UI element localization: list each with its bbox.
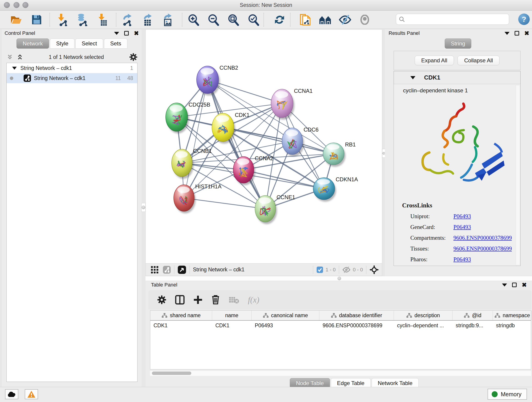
network-node-CCNB2[interactable]: CCNB2 <box>196 65 238 96</box>
panel-menu-caret-icon[interactable] <box>505 32 510 35</box>
zoom-fit-icon[interactable] <box>227 13 240 26</box>
share-view-icon[interactable] <box>163 266 171 274</box>
show-columns-icon[interactable] <box>175 295 185 305</box>
tab-style[interactable]: Style <box>50 38 75 49</box>
statusbar-separator <box>174 266 174 274</box>
column-header-shared-name[interactable]: shared name <box>150 311 212 320</box>
cell-description[interactable]: cyclin–dependent ... <box>394 322 452 329</box>
network-node-RB1[interactable]: RB1 <box>323 141 356 167</box>
column-header-id[interactable]: @id <box>452 311 493 320</box>
entry-expander-icon[interactable] <box>410 76 415 79</box>
memory-button[interactable]: Memory <box>488 389 527 400</box>
import-network-file-icon[interactable] <box>56 13 69 26</box>
table-row[interactable]: CDK1CDK1P064939606.ENSP00000378699cyclin… <box>150 321 531 330</box>
scrollbar-thumb[interactable] <box>152 371 191 375</box>
column-header-name[interactable]: name <box>212 311 252 320</box>
float-panel-icon[interactable] <box>124 31 129 36</box>
network-edge-CCNA2-CDKN1A[interactable] <box>244 170 324 189</box>
crosslink-link[interactable]: P06493 <box>453 224 471 230</box>
string-home-icon[interactable] <box>319 13 332 26</box>
search-input[interactable] <box>407 16 506 22</box>
close-panel-icon[interactable]: ✖ <box>134 31 139 36</box>
network-graph-canvas[interactable]: CCNB2CCNA1CDC25BCDK1CDC6RB1CCNB1CCNA2HIS… <box>146 30 382 263</box>
tab-network[interactable]: Network <box>17 38 49 49</box>
import-network-database-icon[interactable] <box>76 13 89 26</box>
cell-name[interactable]: CDK1 <box>212 322 252 329</box>
collapse-all-button[interactable]: Collapse All <box>457 56 500 65</box>
expand-all-icon[interactable] <box>17 54 23 61</box>
float-panel-icon[interactable] <box>515 31 519 36</box>
annotation-file-icon[interactable] <box>299 13 312 26</box>
network-node-CDK1[interactable]: CDK1 <box>212 112 249 144</box>
help-button[interactable]: ? <box>518 13 530 25</box>
tab-sets[interactable]: Sets <box>104 38 127 49</box>
left-splitter-handle[interactable] <box>141 203 146 212</box>
control-panel-tabs: NetworkStyleSelectSets <box>17 38 128 49</box>
show-eye-icon[interactable] <box>358 13 371 26</box>
export-image-icon[interactable] <box>161 13 174 26</box>
horizontal-splitter[interactable] <box>146 276 532 281</box>
crosslink-link[interactable]: 9606.ENSP00000378699 <box>453 235 512 241</box>
panel-menu-caret-icon[interactable] <box>502 283 507 287</box>
warning-button[interactable] <box>25 389 38 399</box>
results-scroll-box: CDK1 cyclin–dependent kinase 1 <box>394 71 520 266</box>
column-header-namespace[interactable]: namespace <box>493 311 532 320</box>
crosslink-link[interactable]: P06493 <box>453 213 471 220</box>
cell-id[interactable]: stringdb:9... <box>452 322 493 329</box>
network-node-CCNA1[interactable]: CCNA1 <box>271 88 312 120</box>
export-network-icon[interactable] <box>121 13 134 26</box>
table-panel: Table Panel ✖ f(x) shared namenamecanoni… <box>146 281 532 387</box>
delete-column-icon[interactable] <box>211 295 220 305</box>
column-header-database-identifier[interactable]: database identifier <box>319 311 394 320</box>
float-panel-icon[interactable] <box>512 283 517 287</box>
results-scrollbar[interactable] <box>516 85 520 265</box>
grid-view-icon[interactable] <box>151 266 158 274</box>
network-node-CDKN1A[interactable]: CDKN1A <box>313 176 358 202</box>
network-node-HIST1H1A[interactable]: HIST1H1A <box>174 183 222 213</box>
network-options-gear-icon[interactable] <box>129 53 138 61</box>
table-options-gear-icon[interactable] <box>157 295 166 304</box>
refresh-icon[interactable] <box>273 13 286 26</box>
import-table-icon[interactable] <box>96 13 109 26</box>
close-panel-icon[interactable]: ✖ <box>524 31 529 36</box>
fit-crosshair-icon[interactable] <box>370 265 379 274</box>
network-edge-CCNE1-HIST1H1A[interactable] <box>184 198 265 209</box>
search-field[interactable] <box>396 14 509 25</box>
hide-panels-glasses-icon[interactable] <box>339 13 351 26</box>
column-header-description[interactable]: description <box>394 311 452 320</box>
network-selection-status: 1 of 1 Network selected <box>23 54 129 60</box>
birdseye-view-icon[interactable] <box>177 265 186 274</box>
save-session-icon[interactable] <box>30 13 43 26</box>
collapse-all-icon[interactable] <box>6 54 13 61</box>
string-network-icon <box>23 74 31 82</box>
cell-shared-name[interactable]: CDK1 <box>150 322 212 329</box>
zoom-selected-icon[interactable] <box>247 13 260 26</box>
tree-expander-icon[interactable] <box>12 67 17 70</box>
selected-checkbox-icon[interactable] <box>317 266 323 273</box>
cell-database-identifier[interactable]: 9606.ENSP00000378699 <box>319 322 394 329</box>
table-hscrollbar[interactable] <box>150 371 531 376</box>
cloud-button[interactable] <box>5 389 18 399</box>
cell-canonical-name[interactable]: P06493 <box>252 322 319 329</box>
network-row-selected[interactable]: String Network – cdk1 11 48 <box>7 73 137 83</box>
network-node-CCNE1[interactable]: CCNE1 <box>255 194 295 224</box>
cell-namespace[interactable]: stringdb <box>493 322 532 329</box>
crosslink-link[interactable]: 9606.ENSP00000378699 <box>453 245 512 252</box>
column-header-canonical-name[interactable]: canonical name <box>252 311 319 320</box>
open-file-icon[interactable] <box>10 13 22 26</box>
network-node-CCNB1[interactable]: CCNB1 <box>172 148 212 179</box>
panel-menu-caret-icon[interactable] <box>114 32 119 35</box>
node-entry-header[interactable]: CDK1 <box>394 71 520 84</box>
expand-all-button[interactable]: Expand All <box>415 56 454 65</box>
network-node-CCNA2[interactable]: CCNA2 <box>233 155 273 185</box>
network-collection-row[interactable]: String Network – cdk1 1 <box>7 63 137 73</box>
tab-select[interactable]: Select <box>75 38 103 49</box>
zoom-in-icon[interactable] <box>187 13 200 26</box>
zoom-out-icon[interactable] <box>207 13 220 26</box>
close-panel-icon[interactable]: ✖ <box>522 283 527 287</box>
crosslink-link[interactable]: P06493 <box>453 256 471 263</box>
hidden-eye-slash-icon[interactable] <box>342 266 351 273</box>
tab-string[interactable]: String <box>445 38 472 49</box>
add-column-icon[interactable] <box>193 295 203 304</box>
export-table-icon[interactable] <box>141 13 154 26</box>
